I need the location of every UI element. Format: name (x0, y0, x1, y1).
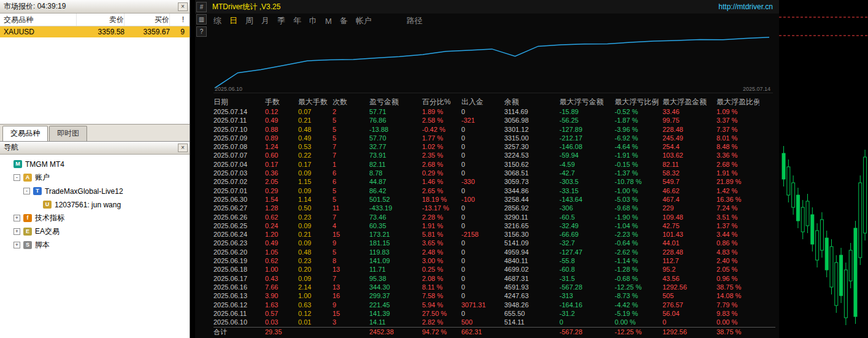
expand-icon[interactable]: + (13, 242, 20, 248)
help-icon[interactable]: ? (196, 26, 207, 37)
scripts-icon: S (23, 241, 32, 249)
stats-cell: -127.47 (559, 248, 615, 256)
column-header-excl[interactable]: ! (170, 13, 190, 26)
stats-cell: 1.05 (265, 248, 298, 256)
stats-cell: 2025.07.14 (213, 107, 265, 116)
stats-table-row: 2025.06.250.240.09460.351.91 %03216.65-3… (213, 221, 775, 230)
background-price-chart[interactable] (779, 0, 868, 338)
stats-cell: -5.19 % (615, 309, 663, 318)
stats-cell: -55.8 (559, 256, 615, 265)
navigator-item-3[interactable]: +U12037561: jun wang (0, 198, 190, 212)
stats-cell: 4699.02 (504, 265, 559, 274)
stats-cell: 4.83 % (716, 248, 759, 256)
market-watch-row-xauusd[interactable]: XAUUSD 3359.58 3359.67 9 (0, 26, 190, 37)
stats-cell: 2025.07.02 (213, 177, 265, 186)
tab-symbols[interactable]: 交易品种 (2, 126, 48, 141)
stats-table-row: 2025.06.271.280.5011-433.19-13.17 %02856… (213, 204, 775, 212)
stats-cell: 0 (461, 204, 504, 212)
stats-cell: 2025.07.07 (213, 151, 265, 159)
stats-menu-item-1[interactable]: 日 (229, 15, 237, 26)
stats-cell: 0.29 % (422, 169, 461, 177)
stats-table-row: 2025.07.081.240.53732.771.02 %03257.30-1… (213, 142, 775, 151)
stats-cell: 500 (461, 318, 504, 326)
menu-path-label[interactable]: 路径 (407, 15, 423, 26)
chart-icon[interactable]: ▥ (196, 14, 207, 25)
stats-column-header: 最大浮亏金额 (559, 97, 615, 107)
stats-cell: 7.58 % (422, 291, 461, 300)
stats-menu-item-7[interactable]: M (325, 17, 332, 26)
stats-menu-item-5[interactable]: 年 (293, 15, 301, 26)
expand-icon[interactable]: + (13, 215, 20, 221)
stats-cell: 13 (332, 265, 369, 274)
stats-menu-item-0[interactable]: 综 (213, 15, 221, 26)
stats-cell: -0.64 % (615, 239, 663, 247)
market-watch-header: 交易品种 卖价 买价 ! (0, 13, 190, 26)
stats-cell: 0.21 (298, 230, 332, 239)
stats-menu-item-3[interactable]: 月 (261, 15, 269, 26)
stats-cell: -567.28 (559, 283, 615, 291)
stats-cell: 3301.12 (504, 125, 559, 134)
stats-cell: 0.00 % (716, 318, 759, 326)
grid-icon[interactable]: # (196, 2, 207, 12)
navigator-item-4[interactable]: +f技术指标 (0, 212, 190, 225)
stats-cell: -321 (461, 116, 504, 125)
stats-cell: 141.39 (369, 309, 422, 318)
stats-cell: 1.54 (265, 195, 298, 204)
stats-menu-item-2[interactable]: 周 (245, 15, 253, 26)
stats-cell: 11.71 (369, 265, 422, 274)
stats-cell: 27.50 % (422, 309, 461, 318)
stats-cell: -1.90 % (615, 213, 663, 221)
stats-cell: 228.48 (663, 248, 716, 256)
column-header-bid[interactable]: 卖价 (77, 13, 125, 26)
stats-menu-item-6[interactable]: 巾 (309, 15, 317, 26)
market-watch-title: 市场报价: 04:39:19 (4, 1, 178, 12)
stats-cell: 3257.30 (504, 142, 559, 151)
stats-cell: 5141.09 (504, 239, 559, 247)
stats-column-header: 最大浮亏比例 (615, 97, 663, 107)
collapse-icon[interactable]: - (13, 174, 20, 181)
market-watch-close-button[interactable]: × (178, 2, 188, 11)
navigator-item-6[interactable]: +S脚本 (0, 239, 190, 252)
stats-cell: 2025.06.24 (213, 230, 265, 239)
stats-cell: 2.28 % (422, 213, 461, 221)
column-header-ask[interactable]: 买价 (125, 13, 170, 26)
stats-cell: 0.62 (265, 213, 298, 221)
stats-cell: 0.48 (298, 125, 332, 134)
navigator-item-0[interactable]: +MTMGM MT4 (0, 158, 190, 171)
stats-cell: 3068.51 (504, 169, 559, 177)
stats-cell: 0.86 % (716, 239, 759, 247)
stats-menu-item-4[interactable]: 季 (277, 15, 285, 26)
stats-cell: 0.63 (298, 301, 332, 309)
stats-cell: 0.25 % (422, 265, 461, 274)
collapse-icon[interactable]: - (23, 188, 30, 194)
stats-cell: 119.83 (369, 248, 422, 256)
stats-column-header: 最大手数 (298, 97, 332, 107)
stats-cell: -0.42 % (422, 125, 461, 134)
stats-cell: 299.37 (369, 291, 422, 300)
ask-price: 3359.67 (125, 28, 170, 36)
stats-cell: 0.23 (298, 256, 332, 265)
stats-cell: 1.46 % (422, 177, 461, 186)
stats-column-header: 日期 (213, 97, 265, 107)
stats-menu-item-8[interactable]: 备 (340, 15, 348, 26)
navigator-item-2[interactable]: -TTradeMaxGlobal-Live12 (0, 185, 190, 198)
stats-cell: -330 (461, 177, 504, 186)
navigator-item-5[interactable]: +EEA交易 (0, 225, 190, 239)
tab-tick-chart[interactable]: 即时图 (49, 126, 87, 141)
stats-table-row: 2025.06.170.430.09795.382.08 %04687.31-3… (213, 274, 775, 283)
navigator-close-button[interactable]: × (178, 144, 188, 152)
stats-cell: 0.89 (265, 134, 298, 142)
stats-cell: -6.92 % (615, 134, 663, 142)
expand-icon[interactable]: + (13, 228, 20, 235)
stats-cell: -12.25 % (615, 328, 663, 336)
stats-cell: -56.25 (559, 116, 615, 125)
navigator-item-1[interactable]: -A账户 (0, 171, 190, 185)
stats-cell: 7.37 % (716, 125, 759, 134)
stats-cell: 5 (332, 125, 369, 134)
stats-cell: -0.15 % (615, 160, 663, 169)
stats-cell: 6 (332, 177, 369, 186)
stats-menu-item-9[interactable]: 帐户 (356, 15, 372, 26)
column-header-symbol[interactable]: 交易品种 (4, 13, 77, 26)
stats-cell: 38.75 % (716, 283, 759, 291)
mtdriver-link[interactable]: http://mtdriver.cn (718, 2, 773, 11)
